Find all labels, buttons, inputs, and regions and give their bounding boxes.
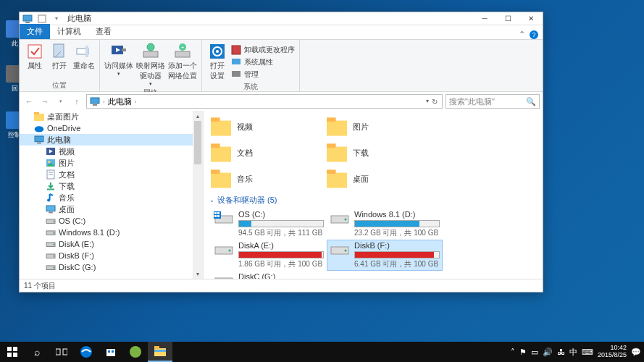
quick-access-icon[interactable] [35, 13, 49, 25]
tab-file[interactable]: 文件 [20, 24, 50, 39]
sidebar-item-0[interactable]: 桌面图片 [20, 111, 203, 122]
sidebar-item-5[interactable]: 文档 [20, 169, 203, 180]
sidebar-item-1[interactable]: OneDrive [20, 122, 203, 134]
svg-rect-51 [211, 117, 220, 122]
taskbar-explorer[interactable] [148, 342, 172, 362]
svg-rect-18 [232, 46, 241, 54]
folder-item[interactable]: 文档 [211, 140, 327, 166]
sidebar-item-11[interactable]: DiskA (E:) [20, 238, 203, 250]
minimize-button[interactable]: ─ [473, 12, 496, 25]
tray-battery-icon[interactable]: ▭ [531, 348, 538, 357]
collapse-ribbon-icon[interactable]: ⌃ [519, 30, 525, 39]
ribbon-rename[interactable]: 重命名 [73, 43, 95, 71]
start-button[interactable] [0, 342, 25, 362]
help-icon[interactable]: ? [530, 30, 538, 39]
breadcrumb[interactable]: 此电脑 [108, 96, 132, 107]
ribbon-sys-props[interactable]: 系统属性 [231, 56, 295, 68]
sidebar-item-8[interactable]: 桌面 [20, 203, 203, 215]
svg-point-25 [35, 126, 44, 132]
svg-rect-61 [327, 169, 336, 174]
drive-name: DiskA (E:) [238, 241, 324, 250]
task-view-button[interactable] [49, 342, 74, 362]
search-button[interactable]: ⌕ [25, 342, 49, 362]
document-icon [46, 169, 56, 180]
ribbon-open[interactable]: 打开 [49, 43, 70, 71]
desktop-icon [46, 204, 56, 214]
ribbon-open-settings[interactable]: 打开 设置 [206, 43, 228, 81]
folder-item[interactable]: 视频 [211, 114, 327, 140]
sidebar-item-12[interactable]: DiskB (F:) [20, 250, 203, 261]
nav-back-button[interactable]: ← [22, 95, 35, 108]
tray-network-icon[interactable]: 🖧 [557, 348, 565, 356]
svg-rect-52 [327, 121, 347, 136]
drive-name: Windows 8.1 (D:) [354, 210, 440, 219]
svg-rect-84 [108, 350, 110, 353]
scroll-thumb[interactable] [194, 121, 201, 164]
ribbon-add-location[interactable]: +添加一个 网络位置 [168, 43, 197, 81]
address-dropdown-icon[interactable]: ▾ [426, 98, 429, 106]
search-input[interactable]: 搜索"此电脑" 🔍 [446, 94, 540, 109]
tray-notifications-icon[interactable]: 💬 [631, 348, 641, 357]
music-icon [46, 193, 56, 203]
picture-icon [327, 117, 347, 137]
ribbon-properties[interactable]: 属性 [24, 43, 46, 71]
tray-flag-icon[interactable]: ⚑ [519, 348, 527, 357]
sidebar-item-label: 文档 [59, 169, 75, 180]
drive-icon [46, 251, 56, 261]
folder-item[interactable]: 桌面 [327, 166, 443, 192]
maximize-button[interactable]: ☐ [496, 12, 519, 25]
drive-icon [330, 243, 350, 257]
sidebar-item-10[interactable]: Windows 8.1 (D:) [20, 227, 203, 238]
close-button[interactable]: ✕ [519, 12, 543, 25]
ribbon-access-media[interactable]: 访问媒体▾ [104, 43, 133, 77]
folder-label: 桌面 [353, 174, 369, 185]
quick-dropdown-icon[interactable]: ▾ [50, 13, 63, 25]
tab-computer[interactable]: 计算机 [50, 24, 88, 39]
tray-volume-icon[interactable]: 🔊 [543, 348, 553, 357]
sidebar-item-4[interactable]: 图片 [20, 157, 203, 169]
drive-item[interactable]: DiskA (E:) 1.86 GB 可用，共 100 GB [211, 240, 327, 271]
folder-item[interactable]: 下载 [327, 140, 443, 166]
nav-recent-button[interactable]: ▾ [54, 95, 67, 108]
tray-up-icon[interactable]: ˄ [511, 348, 515, 357]
sidebar-item-3[interactable]: 视频 [20, 146, 203, 157]
drive-item[interactable]: Windows 8.1 (D:) 23.2 GB 可用，共 100 GB [327, 209, 443, 240]
drive-item[interactable]: DiskC (G:) 4.72 GB 可用，共 165 GB [211, 271, 327, 279]
ribbon-uninstall[interactable]: 卸载或更改程序 [231, 44, 295, 56]
tab-view[interactable]: 查看 [88, 24, 119, 39]
address-input[interactable]: › 此电脑 › ▾ ↻ [86, 94, 443, 109]
refresh-icon[interactable]: ↻ [430, 98, 439, 106]
tray-ime[interactable]: 中 [569, 347, 577, 358]
taskbar-store[interactable] [99, 342, 123, 362]
drive-capacity-bar [354, 220, 440, 227]
taskbar-clock[interactable]: 10:42 2015/8/25 [598, 345, 627, 359]
nav-up-button[interactable]: ↑ [70, 95, 83, 108]
tray-keyboard-icon[interactable]: ⌨ [582, 348, 593, 357]
taskbar-app[interactable] [123, 342, 148, 362]
folder-item[interactable]: 图片 [327, 114, 443, 140]
folder-item[interactable]: 音乐 [211, 166, 327, 192]
drive-item[interactable]: DiskB (F:) 6.41 GB 可用，共 100 GB [327, 240, 443, 271]
sidebar-scrollbar[interactable]: ▴ ▾ [193, 111, 203, 279]
scroll-down-icon[interactable]: ▾ [193, 269, 203, 279]
drive-name: DiskB (F:) [354, 241, 440, 250]
svg-rect-21 [91, 98, 99, 104]
taskbar-edge[interactable] [74, 342, 99, 362]
drives-section-header[interactable]: ⌄ 设备和驱动器 (5) [204, 192, 543, 209]
sidebar-item-6[interactable]: 下载 [20, 180, 203, 192]
sidebar-item-7[interactable]: 音乐 [20, 192, 203, 203]
ribbon-map-drive[interactable]: 映射网络 驱动器▾ [136, 43, 165, 87]
nav-forward-button[interactable]: → [38, 95, 51, 108]
sidebar-item-13[interactable]: DiskC (G:) [20, 261, 203, 273]
pc-icon [21, 13, 34, 25]
drive-icon [214, 211, 234, 226]
sidebar-item-label: DiskA (E:) [59, 240, 94, 248]
drive-free-text: 94.5 GB 可用，共 111 GB [238, 228, 324, 238]
sidebar-item-2[interactable]: 此电脑 [20, 134, 203, 146]
svg-rect-77 [13, 347, 17, 351]
ribbon-manage[interactable]: 管理 [231, 69, 295, 80]
video-icon [46, 146, 56, 156]
drive-item[interactable]: OS (C:) 94.5 GB 可用，共 111 GB [211, 209, 327, 240]
sidebar-item-9[interactable]: OS (C:) [20, 215, 203, 227]
scroll-up-icon[interactable]: ▴ [193, 111, 203, 121]
